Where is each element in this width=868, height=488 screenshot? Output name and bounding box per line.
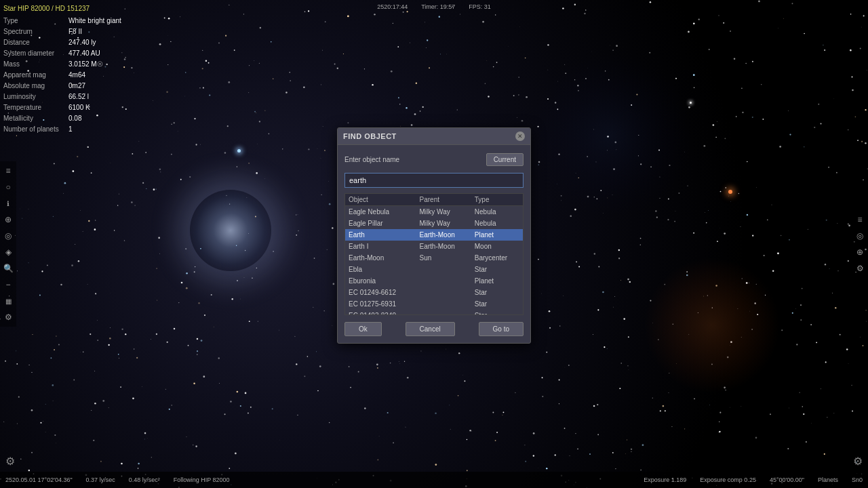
circle-icon[interactable]: ○ bbox=[1, 180, 15, 194]
info-row: Distance247.40 ly bbox=[3, 37, 121, 48]
table-row[interactable]: EarthEarth-MoonPlanet bbox=[345, 229, 523, 241]
following-label: Following HIP 82000 bbox=[174, 476, 230, 483]
results-tbody: Eagle NebulaMilky WayNebulaEagle PillarM… bbox=[345, 206, 523, 316]
table-row[interactable]: Eagle PillarMilky WayNebula bbox=[345, 218, 523, 229]
cell-object: Earth bbox=[345, 229, 416, 241]
cell-type: Star bbox=[471, 287, 523, 298]
coordinates-display: 45°00'00.00" bbox=[770, 476, 804, 483]
cell-parent: Earth-Moon bbox=[416, 241, 471, 252]
crosshair-icon[interactable]: ⊕ bbox=[1, 213, 15, 226]
table-row[interactable]: Earth-MoonSunBarycenter bbox=[345, 252, 523, 264]
info-value: 247.40 ly bbox=[68, 37, 96, 48]
info-label: Apparent mag bbox=[3, 70, 64, 81]
info-label: System diameter bbox=[3, 48, 64, 59]
table-row[interactable]: EblaStar bbox=[345, 264, 523, 275]
info-label: Number of planets bbox=[3, 124, 64, 135]
timer-display: Timer: 19:57 bbox=[421, 3, 455, 10]
cell-parent bbox=[416, 264, 471, 275]
close-button[interactable]: ✕ bbox=[515, 131, 525, 141]
results-container[interactable]: Object Parent Type Eagle NebulaMilky Way… bbox=[344, 193, 524, 315]
dialog-titlebar: FIND OBJECT ✕ bbox=[338, 128, 530, 145]
col-parent: Parent bbox=[416, 194, 471, 206]
grid-icon[interactable]: ▦ bbox=[1, 294, 15, 308]
info-value: 477.40 AU bbox=[68, 48, 100, 59]
info-row: Temperature6100 K bbox=[3, 102, 121, 113]
right-crosshair-icon[interactable]: ⊕ bbox=[853, 245, 867, 259]
table-row[interactable]: EC 01403-8340Star bbox=[345, 310, 523, 315]
info-row: Mass3.0152 M☉ bbox=[3, 59, 121, 70]
info-value: 4m64 bbox=[68, 70, 85, 81]
table-row[interactable]: EC 01249-6612Star bbox=[345, 287, 523, 298]
col-object: Object bbox=[345, 194, 416, 206]
info-row: Absolute mag0m27 bbox=[3, 81, 121, 92]
bottom-bar: 2520.05.01 17°02'04.36" 0.37 ly/sec 0.48… bbox=[0, 472, 868, 488]
cell-type: Nebula bbox=[471, 218, 523, 229]
table-row[interactable]: Eagle NebulaMilky WayNebula bbox=[345, 206, 523, 218]
search-icon[interactable]: 🔍 bbox=[1, 262, 15, 275]
exposure-1: Exposure 1.189 bbox=[644, 476, 686, 483]
ok-button[interactable]: Ok bbox=[344, 322, 382, 336]
right-toolbar: ≡ ◎ ⊕ ⚙ bbox=[852, 210, 868, 278]
dialog-buttons: Ok Cancel Go to bbox=[344, 322, 524, 336]
minus-icon[interactable]: − bbox=[1, 278, 15, 291]
info-row: Metallicity0.08 bbox=[3, 113, 121, 124]
bright-star bbox=[690, 102, 692, 104]
cell-object: Eagle Nebula bbox=[345, 206, 416, 218]
view-mode: Planets bbox=[818, 476, 838, 483]
info-value: White bright giant bbox=[68, 16, 121, 26]
target-icon[interactable]: ◎ bbox=[1, 229, 15, 243]
label-display: Sn0 bbox=[852, 476, 863, 483]
layers-icon[interactable]: ◈ bbox=[1, 245, 15, 259]
current-button[interactable]: Current bbox=[486, 153, 524, 166]
info-value: 6100 K bbox=[68, 102, 90, 113]
blue-star bbox=[237, 149, 241, 152]
info-value: 66.52 l bbox=[68, 92, 89, 102]
star-info-rows: TypeWhite bright giantSpectrumF8 IIDista… bbox=[3, 16, 121, 135]
info-label: Metallicity bbox=[3, 113, 64, 124]
bottom-right-gear[interactable]: ⚙ bbox=[853, 455, 863, 468]
speed-2: 0.48 ly/sec² bbox=[129, 476, 160, 483]
info-label: Absolute mag bbox=[3, 81, 64, 92]
cell-object: EC 01249-6612 bbox=[345, 287, 416, 298]
cell-type: Planet bbox=[471, 275, 523, 287]
right-menu-icon[interactable]: ≡ bbox=[853, 213, 867, 226]
goto-button[interactable]: Go to bbox=[479, 322, 524, 336]
table-row[interactable]: EburoniaPlanet bbox=[345, 275, 523, 287]
cell-parent: Sun bbox=[416, 252, 471, 264]
table-header-row: Object Parent Type bbox=[345, 194, 523, 206]
settings-icon[interactable]: ⚙ bbox=[1, 310, 15, 324]
find-object-dialog: FIND OBJECT ✕ Enter object name Current … bbox=[337, 127, 531, 344]
info-value: 3.0152 M☉ bbox=[68, 59, 103, 70]
right-circle-icon[interactable]: ◎ bbox=[853, 229, 867, 243]
cell-type: Nebula bbox=[471, 206, 523, 218]
info-value: 0m27 bbox=[68, 81, 85, 92]
cancel-button[interactable]: Cancel bbox=[406, 322, 455, 336]
info-row: Luminosity66.52 l bbox=[3, 92, 121, 102]
info-row: Number of planets1 bbox=[3, 124, 121, 135]
cell-parent bbox=[416, 287, 471, 298]
table-row[interactable]: EC 01275-6931Star bbox=[345, 298, 523, 310]
info-icon[interactable]: ℹ bbox=[1, 197, 15, 210]
info-label: Luminosity bbox=[3, 92, 64, 102]
menu-icon[interactable]: ≡ bbox=[1, 164, 15, 178]
table-row[interactable]: Earth IEarth-MoonMoon bbox=[345, 241, 523, 252]
results-table: Object Parent Type Eagle NebulaMilky Way… bbox=[345, 194, 523, 315]
right-settings-icon[interactable]: ⚙ bbox=[853, 262, 867, 275]
cell-type: Star bbox=[471, 310, 523, 315]
cell-object: Ebla bbox=[345, 264, 416, 275]
nebula-cluster bbox=[190, 190, 271, 271]
cell-type: Planet bbox=[471, 229, 523, 241]
info-label: Distance bbox=[3, 37, 64, 48]
search-input[interactable] bbox=[344, 173, 524, 188]
dialog-title: FIND OBJECT bbox=[343, 132, 397, 140]
star-title: Star HIP 82000 / HD 151237 bbox=[3, 3, 121, 14]
search-row: Enter object name Current bbox=[344, 153, 524, 166]
cell-object: EC 01403-8340 bbox=[345, 310, 416, 315]
cell-parent bbox=[416, 298, 471, 310]
bottom-left-gear[interactable]: ⚙ bbox=[5, 455, 15, 468]
exposure-2: Exposure comp 0.25 bbox=[700, 476, 756, 483]
cell-parent: Milky Way bbox=[416, 218, 471, 229]
cell-object: Earth I bbox=[345, 241, 416, 252]
cell-parent bbox=[416, 310, 471, 315]
cell-type: Moon bbox=[471, 241, 523, 252]
